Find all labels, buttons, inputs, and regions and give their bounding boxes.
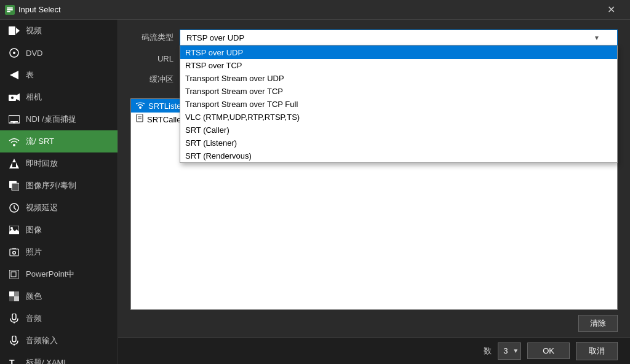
image-label: 图像 [26, 224, 42, 235]
dropdown-item-srt-caller[interactable]: SRT (Caller) [180, 124, 617, 136]
sidebar-item-audioinput[interactable]: 音频输入 [0, 330, 118, 352]
svg-rect-4 [9, 26, 15, 35]
xaml-icon: T [7, 356, 21, 364]
sidebar-item-image[interactable]: 图像 [0, 219, 118, 241]
svg-rect-32 [14, 296, 19, 301]
audio-label: 音频 [26, 313, 42, 324]
svg-rect-13 [10, 121, 18, 122]
svg-rect-17 [12, 162, 16, 167]
count-label: 数 [484, 346, 492, 357]
color-label: 颜色 [26, 291, 42, 302]
sidebar-item-video[interactable]: 视频 [0, 20, 118, 42]
sidebar-item-delay[interactable]: 视频延迟 [0, 197, 118, 219]
count-select[interactable]: 12345 [498, 342, 521, 360]
camera-icon [7, 90, 21, 104]
sidebar-item-replay[interactable]: 即时回放 [0, 152, 118, 175]
svg-marker-5 [16, 28, 20, 34]
footer: 数 12345 ▼ OK 取消 [118, 337, 630, 364]
dropdown-item-srt-listener[interactable]: SRT (Listener) [180, 136, 617, 149]
sidebar-item-audio[interactable]: 音频 [0, 307, 118, 330]
replay-icon [7, 157, 21, 170]
svg-rect-14 [13, 122, 15, 124]
color-icon [7, 290, 21, 303]
stream-type-row: 码流类型 RTSP over UDP ▼ RTSP over UDPRTSP o… [130, 30, 618, 46]
dropdown-item-ts-tcp[interactable]: Transport Stream over TCP [180, 85, 617, 98]
svg-marker-22 [9, 229, 19, 234]
sidebar-item-photos[interactable]: 照片 [0, 241, 118, 263]
app-icon [5, 5, 15, 15]
sidebar-item-xaml[interactable]: T标题/ XAML [0, 352, 118, 364]
svg-rect-29 [9, 291, 14, 296]
dropdown-item-vlc[interactable]: VLC (RTMP,UDP,RTP,RTSP,TS) [180, 111, 617, 124]
dropdown-item-ts-udp[interactable]: Transport Stream over UDP [180, 72, 617, 85]
replay-label: 即时回放 [26, 158, 58, 169]
svg-point-23 [10, 227, 13, 229]
main-layout: 视频DVD表相机NDI /桌面捕捉流/ SRT即时回放图像序列/毒制视频延迟图像… [0, 20, 630, 364]
svg-point-15 [13, 144, 15, 146]
delay-icon [7, 201, 21, 215]
svg-text:T: T [9, 358, 15, 364]
photos-label: 照片 [26, 247, 42, 258]
ndi-label: NDI /桌面捕捉 [26, 114, 76, 125]
ndi-icon [7, 113, 21, 126]
sidebar-item-camera[interactable]: 相机 [0, 86, 118, 108]
svg-rect-30 [14, 291, 19, 296]
stream-type-dropdown: RTSP over UDPRTSP over TCPTransport Stre… [180, 46, 618, 163]
stream-icon [7, 135, 21, 148]
svg-rect-27 [9, 270, 19, 279]
xaml-label: 标题/ XAML [26, 357, 68, 364]
audioinput-label: 音频输入 [26, 335, 58, 346]
url-label: URL [130, 54, 173, 63]
list-item-icon [136, 114, 143, 125]
table-label: 表 [26, 69, 34, 81]
photos-icon [7, 245, 21, 259]
svg-point-26 [14, 252, 15, 254]
video-label: 视频 [26, 25, 42, 36]
sidebar-item-imagelist[interactable]: 图像序列/毒制 [0, 175, 118, 197]
sidebar-item-dvd[interactable]: DVD [0, 42, 118, 64]
clear-button[interactable]: 清除 [578, 315, 618, 332]
svg-rect-28 [11, 272, 16, 277]
dvd-label: DVD [26, 49, 42, 58]
powerpoint-icon [7, 267, 21, 281]
dropdown-item-ts-tcp-full[interactable]: Transport Stream over TCP Full [180, 98, 617, 111]
camera-label: 相机 [26, 92, 42, 103]
stream-label: 流/ SRT [26, 136, 54, 147]
svg-point-10 [11, 97, 14, 100]
imagelist-icon [7, 179, 21, 192]
sidebar-item-stream[interactable]: 流/ SRT [0, 130, 118, 152]
list-item-icon [136, 101, 145, 111]
svg-rect-35 [12, 336, 16, 342]
sidebar-item-table[interactable]: 表 [0, 64, 118, 86]
content-area: 码流类型 RTSP over UDP ▼ RTSP over UDPRTSP o… [118, 20, 630, 364]
dropdown-item-rtsp-tcp[interactable]: RTSP over TCP [180, 59, 617, 72]
sidebar-item-color[interactable]: 颜色 [0, 285, 118, 307]
stream-type-select[interactable]: RTSP over UDP ▼ [180, 30, 618, 46]
title-bar-text: Input Select [18, 5, 597, 14]
buffer-label: 缓冲区 [130, 74, 173, 85]
cancel-button[interactable]: 取消 [576, 342, 618, 360]
svg-marker-11 [16, 93, 20, 101]
table-icon [7, 68, 21, 82]
stream-type-control: RTSP over UDP ▼ RTSP over UDPRTSP over T… [180, 30, 618, 46]
close-button[interactable]: ✕ [597, 0, 625, 20]
svg-marker-8 [10, 71, 18, 79]
svg-rect-45 [137, 114, 143, 122]
ok-button[interactable]: OK [527, 342, 570, 359]
svg-rect-2 [7, 9, 13, 10]
svg-rect-33 [12, 314, 16, 320]
svg-rect-19 [12, 183, 19, 191]
dvd-icon [7, 46, 21, 60]
dropdown-item-srt-rendervous[interactable]: SRT (Rendervous) [180, 149, 617, 162]
audio-icon [7, 312, 21, 325]
form-section: 码流类型 RTSP over UDP ▼ RTSP over UDPRTSP o… [118, 20, 630, 98]
sidebar: 视频DVD表相机NDI /桌面捕捉流/ SRT即时回放图像序列/毒制视频延迟图像… [0, 20, 118, 364]
stream-type-value: RTSP over UDP [184, 33, 594, 42]
dropdown-item-rtsp-udp[interactable]: RTSP over UDP [180, 46, 617, 59]
bottom-bar: 清除 [118, 310, 630, 337]
svg-rect-1 [7, 7, 13, 9]
image-icon [7, 223, 21, 237]
sidebar-item-ndi[interactable]: NDI /桌面捕捉 [0, 108, 118, 130]
svg-point-7 [13, 52, 15, 54]
sidebar-item-powerpoint[interactable]: PowerPoint中 [0, 263, 118, 285]
